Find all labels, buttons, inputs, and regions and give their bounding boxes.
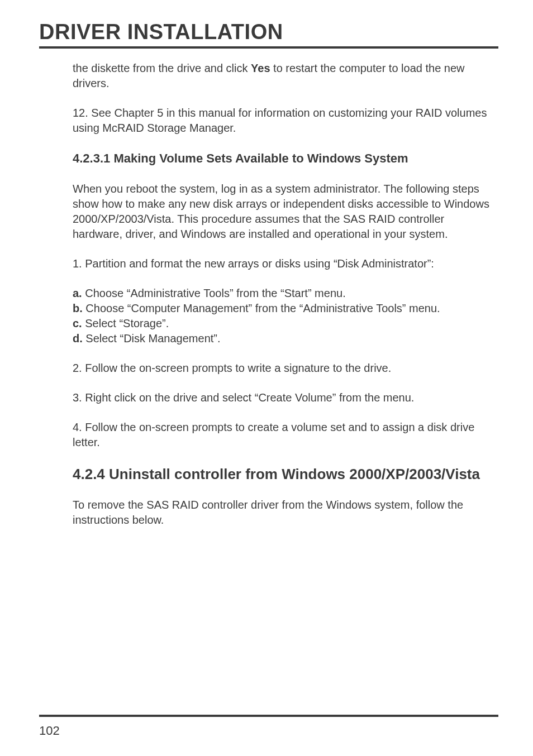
list-text-a: Choose “Administrative Tools” from the “… xyxy=(82,287,346,299)
paragraph-reboot: When you reboot the system, log in as a … xyxy=(73,181,496,242)
text-pre: the diskette from the drive and click xyxy=(73,62,251,74)
subsection-heading-4231: 4.2.3.1 Making Volume Sets Available to … xyxy=(73,150,496,167)
list-item-c: c. Select “Storage”. xyxy=(73,316,496,331)
content-body: the diskette from the drive and click Ye… xyxy=(39,61,498,528)
list-text-b: Choose “Computer Management” from the “A… xyxy=(83,302,440,314)
text-bold-yes: Yes xyxy=(251,62,270,74)
paragraph-step-4: 4. Follow the on-screen prompts to creat… xyxy=(73,420,496,450)
paragraph-step-3: 3. Right click on the drive and select “… xyxy=(73,390,496,405)
paragraph-step-1: 1. Partition and format the new arrays o… xyxy=(73,256,496,271)
paragraph-step-2: 2. Follow the on-screen prompts to write… xyxy=(73,361,496,376)
page-title: DRIVER INSTALLATION xyxy=(39,20,498,44)
title-divider xyxy=(39,46,498,49)
list-item-b: b. Choose “Computer Management” from the… xyxy=(73,301,496,316)
footer-divider xyxy=(39,715,498,717)
paragraph-continuation: the diskette from the drive and click Ye… xyxy=(73,61,496,91)
list-item-a: a. Choose “Administrative Tools” from th… xyxy=(73,286,496,301)
sublist-block: a. Choose “Administrative Tools” from th… xyxy=(73,286,496,346)
list-text-d: Select “Disk Management”. xyxy=(83,332,221,344)
list-label-d: d. xyxy=(73,332,83,344)
list-item-d: d. Select “Disk Management”. xyxy=(73,331,496,346)
list-label-c: c. xyxy=(73,317,82,329)
list-label-a: a. xyxy=(73,287,82,299)
paragraph-uninstall: To remove the SAS RAID controller driver… xyxy=(73,497,496,528)
section-heading-424: 4.2.4 Uninstall controller from Windows … xyxy=(73,465,496,484)
list-label-b: b. xyxy=(73,302,83,314)
page-number: 102 xyxy=(39,724,60,738)
list-text-c: Select “Storage”. xyxy=(82,317,169,329)
paragraph-step-12: 12. See Chapter 5 in this manual for inf… xyxy=(73,106,496,136)
